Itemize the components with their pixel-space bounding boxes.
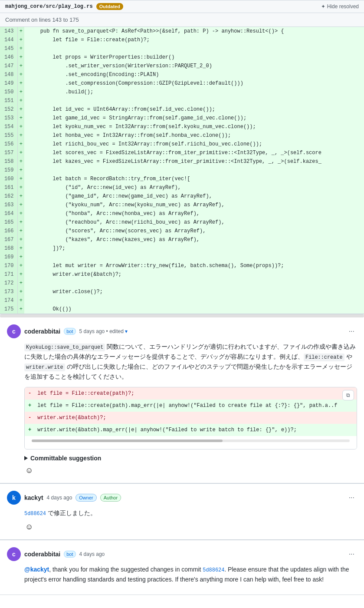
table-row: 164+ ("honba", Arc::new(honba_vec) as Ar…	[0, 209, 364, 218]
line-marker: +	[17, 279, 24, 287]
table-row: 152+ let id_vec = UInt64Array::from(self…	[0, 105, 364, 114]
line-code: .set_encoding(Encoding::PLAIN)	[24, 70, 364, 79]
line-marker: +	[17, 53, 24, 62]
table-row: 153+ let game_id_vec = StringArray::from…	[0, 114, 364, 122]
table-row: 170+ let mut writer = ArrowWriter::try_n…	[0, 261, 364, 270]
sparkle-icon: ✦	[321, 3, 325, 10]
suggestion-scrollbar[interactable]	[32, 439, 350, 442]
line-code: ("kazes", Arc::new(kazes_vec) as ArrayRe…	[24, 235, 364, 244]
more-options-owner[interactable]: ···	[346, 493, 357, 502]
table-row: 168+ ])?;	[0, 244, 364, 253]
suggestion-block: ⧉ - let file = File::create(path)?; + le…	[24, 387, 357, 449]
line-code: let file = File::create(path)?;	[24, 36, 364, 44]
inline-code-create: File::create	[304, 354, 344, 361]
line-number: 155	[0, 131, 17, 140]
table-row: 150+ .build();	[0, 88, 364, 96]
comment-header-bot: c coderabbitai bot 5 days ago • edited ▾…	[7, 324, 357, 338]
line-marker: +	[17, 140, 24, 149]
table-row: 167+ ("kazes", Arc::new(kazes_vec) as Ar…	[0, 235, 364, 244]
line-marker: +	[17, 36, 24, 44]
hide-resolved-button[interactable]: ✦ Hide resolved	[321, 3, 359, 10]
timestamp-bot: 5 days ago • edited ▾	[79, 328, 128, 334]
table-row: 155+ let honba_vec = Int32Array::from(se…	[0, 131, 364, 140]
line-number: 162	[0, 192, 17, 201]
more-options-third[interactable]: ···	[346, 549, 357, 559]
line-number: 146	[0, 53, 17, 62]
line-code: let kazes_vec = FixedSizeListArray::from…	[24, 157, 364, 166]
line-marker: +	[17, 96, 24, 105]
suggestion-removed-1: - let file = File::create(path)?;	[25, 387, 357, 400]
emoji-button-owner[interactable]: ☺	[24, 522, 34, 532]
line-number: 172	[0, 279, 17, 287]
timestamp-owner: 4 days ago	[47, 495, 72, 501]
author-badge: Author	[100, 494, 121, 502]
username-third: coderabbitai	[24, 551, 60, 558]
outdated-badge: Outdated	[96, 3, 123, 10]
line-number: 165	[0, 218, 17, 227]
line-marker: +	[17, 122, 24, 131]
line-marker: +	[17, 305, 24, 314]
line-marker: +	[17, 166, 24, 175]
line-code: ("scores", Arc::new(scores_vec) as Array…	[24, 227, 364, 235]
table-row: 145+	[0, 44, 364, 53]
table-row: 147+ .set_writer_version(WriterVersion::…	[0, 62, 364, 70]
line-marker: +	[17, 105, 24, 114]
line-code: let mut writer = ArrowWriter::try_new(fi…	[24, 261, 364, 270]
line-code: .set_compression(Compression::GZIP(GzipL…	[24, 79, 364, 88]
line-code: ("reachbou", Arc::new(riichi_bou_vec) as…	[24, 218, 364, 227]
line-marker: +	[17, 149, 24, 157]
line-marker: +	[17, 192, 24, 201]
line-code: writer.close()?;	[24, 287, 364, 296]
line-code: ("honba", Arc::new(honba_vec) as ArrayRe…	[24, 209, 364, 218]
line-number: 173	[0, 287, 17, 296]
more-options-bot[interactable]: ···	[346, 327, 357, 336]
commit-link-third[interactable]: 5d88624	[203, 567, 224, 573]
line-number: 164	[0, 209, 17, 218]
owner-badge: Owner	[75, 494, 96, 502]
line-marker: +	[17, 157, 24, 166]
line-code	[24, 253, 364, 261]
line-code: ("game_id", Arc::new(game_id_vec) as Arr…	[24, 192, 364, 201]
inline-code-function: KyokuLog::save_to_parquet	[24, 344, 105, 351]
table-row: 175+ Ok(())	[0, 305, 364, 314]
suggestion-added-1: + let file = File::create(path).map_err(…	[25, 400, 357, 412]
username-owner: kackyt	[24, 494, 43, 501]
line-number: 156	[0, 140, 17, 149]
table-row: 174+	[0, 296, 364, 305]
avatar-third: c	[7, 547, 21, 561]
file-header: mahjong_core/src/play_log.rs Outdated ✦ …	[0, 0, 364, 13]
committable-suggestion-row: Committable suggestion	[24, 455, 357, 462]
line-number: 168	[0, 244, 17, 253]
line-number: 170	[0, 261, 17, 270]
line-code: .build();	[24, 88, 364, 96]
line-code: let scores_vec = FixedSizeListArray::fro…	[24, 149, 364, 157]
line-marker: +	[17, 209, 24, 218]
emoji-button-bot[interactable]: ☺	[24, 465, 34, 476]
file-path: mahjong_core/src/play_log.rs	[5, 3, 93, 10]
line-number: 143	[0, 27, 17, 36]
line-code: let id_vec = UInt64Array::from(self.id_v…	[24, 105, 364, 114]
line-number: 166	[0, 227, 17, 235]
line-code	[24, 279, 364, 287]
line-code	[24, 166, 364, 175]
table-row: 161+ ("id", Arc::new(id_vec) as ArrayRef…	[0, 183, 364, 192]
line-number: 144	[0, 36, 17, 44]
bot-comment-section: c coderabbitai bot 5 days ago • edited ▾…	[0, 317, 364, 483]
line-marker: +	[17, 27, 24, 36]
code-scrollbar[interactable]	[0, 314, 364, 317]
commit-link-owner[interactable]: 5d88624	[24, 511, 46, 517]
avatar-owner: k	[7, 491, 21, 505]
line-code: ("kyoku_num", Arc::new(kyoku_num_vec) as…	[24, 201, 364, 209]
line-number: 147	[0, 62, 17, 70]
inline-code-write: writer.write	[24, 363, 65, 371]
line-marker: +	[17, 287, 24, 296]
line-number: 150	[0, 88, 17, 96]
line-number: 163	[0, 201, 17, 209]
line-code: let kyoku_num_vec = Int32Array::from(sel…	[24, 122, 364, 131]
line-marker: +	[17, 44, 24, 53]
third-comment-section: c coderabbitai bot 4 days ago ··· @kacky…	[0, 540, 364, 595]
copy-button[interactable]: ⧉	[342, 390, 354, 400]
line-number: 174	[0, 296, 17, 305]
line-number: 154	[0, 122, 17, 131]
table-row: 154+ let kyoku_num_vec = Int32Array::fro…	[0, 122, 364, 131]
